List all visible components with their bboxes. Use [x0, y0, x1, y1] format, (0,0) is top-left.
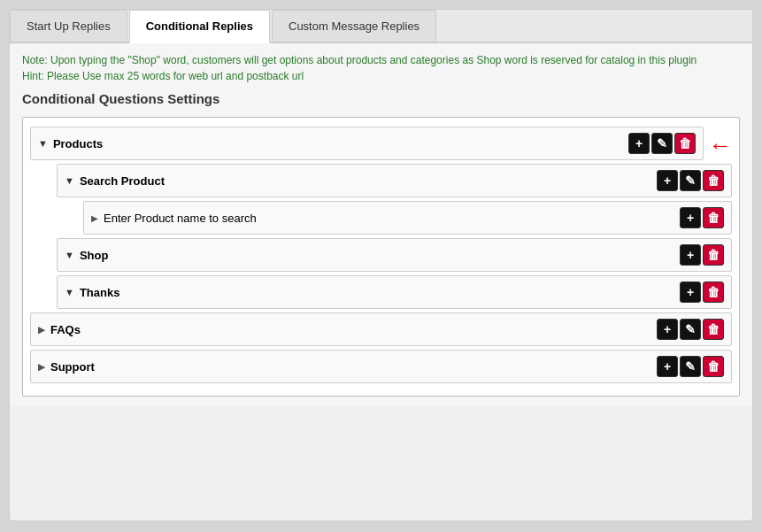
- thanks-label: Thanks: [80, 286, 120, 299]
- support-trash-button[interactable]: 🗑: [703, 356, 724, 377]
- enter-product-add-button[interactable]: +: [680, 207, 701, 228]
- section-title: Conditional Questions Settings: [22, 91, 740, 106]
- main-container: Start Up Replies Conditional Replies Cus…: [9, 9, 753, 521]
- products-actions: + ✎ 🗑: [628, 133, 696, 154]
- products-row-wrapper: ▼ Products + ✎ 🗑 ←: [30, 127, 732, 164]
- tab-custom[interactable]: Custom Message Replies: [272, 10, 436, 42]
- shop-add-button[interactable]: +: [680, 244, 701, 266]
- toggle-faqs[interactable]: ▶: [38, 325, 45, 335]
- tree-container: ▼ Products + ✎ 🗑 ← ▼ Search Product: [22, 117, 740, 397]
- red-arrow-indicator: ←: [709, 134, 732, 157]
- enter-product-actions: + 🗑: [680, 207, 724, 228]
- toggle-products[interactable]: ▼: [38, 138, 48, 149]
- search-product-actions: + ✎ 🗑: [657, 170, 724, 191]
- faqs-label-group: ▶ FAQs: [38, 323, 81, 336]
- products-edit-button[interactable]: ✎: [651, 133, 673, 154]
- toggle-enter-product[interactable]: ▶: [91, 213, 98, 223]
- toggle-shop[interactable]: ▼: [65, 250, 74, 260]
- products-label: Products: [53, 137, 103, 150]
- products-add-button[interactable]: +: [628, 133, 650, 154]
- search-product-edit-button[interactable]: ✎: [680, 170, 701, 191]
- notice-block: Note: Upon typing the "Shop" word, custo…: [22, 52, 740, 84]
- support-actions: + ✎ 🗑: [657, 356, 724, 377]
- notice-line1: Note: Upon typing the "Shop" word, custo…: [22, 52, 740, 68]
- faqs-edit-button[interactable]: ✎: [680, 319, 701, 340]
- tabs-bar: Start Up Replies Conditional Replies Cus…: [10, 10, 752, 43]
- search-product-label: Search Product: [80, 174, 165, 188]
- tree-row-products: ▼ Products + ✎ 🗑: [30, 127, 704, 160]
- faqs-add-button[interactable]: +: [657, 319, 678, 340]
- tree-row-support: ▶ Support + ✎ 🗑: [30, 350, 732, 383]
- support-label: Support: [50, 360, 95, 374]
- tree-row-search-product: ▼ Search Product + ✎ 🗑: [57, 164, 732, 197]
- tab-conditional[interactable]: Conditional Replies: [129, 10, 270, 43]
- toggle-support[interactable]: ▶: [38, 362, 45, 372]
- enter-product-label: Enter Product name to search: [104, 212, 257, 225]
- notice-line2: Hint: Please Use max 25 words for web ur…: [22, 68, 740, 84]
- thanks-add-button[interactable]: +: [680, 281, 701, 303]
- enter-product-label-group: ▶ Enter Product name to search: [91, 212, 257, 225]
- faqs-trash-button[interactable]: 🗑: [703, 319, 724, 340]
- support-add-button[interactable]: +: [657, 356, 678, 377]
- tree-row-faqs: ▶ FAQs + ✎ 🗑: [30, 312, 732, 346]
- tree-row-thanks: ▼ Thanks + 🗑: [57, 275, 732, 309]
- thanks-label-group: ▼ Thanks: [65, 286, 119, 299]
- support-label-group: ▶ Support: [38, 360, 95, 374]
- toggle-thanks[interactable]: ▼: [65, 287, 74, 297]
- shop-actions: + 🗑: [680, 244, 724, 266]
- support-edit-button[interactable]: ✎: [680, 356, 701, 377]
- shop-trash-button[interactable]: 🗑: [703, 244, 724, 266]
- products-trash-button[interactable]: 🗑: [674, 133, 696, 154]
- toggle-search-product[interactable]: ▼: [65, 175, 74, 186]
- tree-row-shop: ▼ Shop + 🗑: [57, 238, 732, 272]
- content-area: Note: Upon typing the "Shop" word, custo…: [10, 43, 752, 405]
- search-product-label-group: ▼ Search Product: [65, 174, 165, 188]
- shop-label-group: ▼ Shop: [65, 249, 108, 262]
- products-label-group: ▼ Products: [38, 137, 103, 150]
- faqs-actions: + ✎ 🗑: [657, 319, 724, 340]
- faqs-label: FAQs: [50, 323, 81, 336]
- enter-product-trash-button[interactable]: 🗑: [703, 207, 724, 228]
- shop-label: Shop: [80, 249, 109, 262]
- tree-row-enter-product: ▶ Enter Product name to search + 🗑: [83, 201, 732, 235]
- thanks-actions: + 🗑: [680, 281, 724, 303]
- search-product-add-button[interactable]: +: [657, 170, 678, 191]
- thanks-trash-button[interactable]: 🗑: [703, 281, 724, 303]
- tab-startup[interactable]: Start Up Replies: [10, 10, 127, 42]
- search-product-trash-button[interactable]: 🗑: [703, 170, 724, 191]
